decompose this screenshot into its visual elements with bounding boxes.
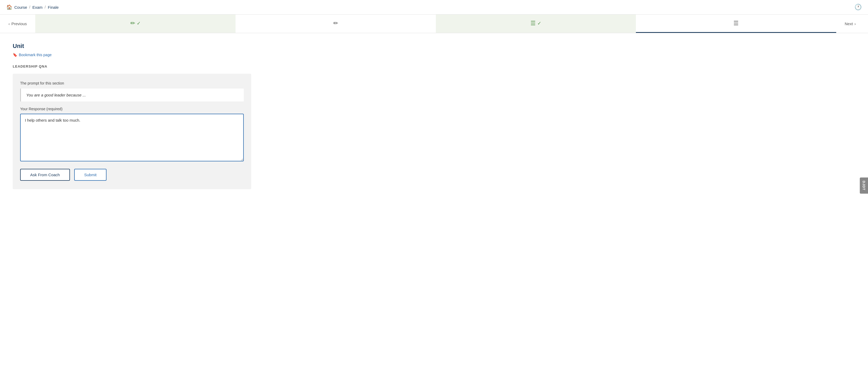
tab-1-edit-icon: ✏ — [130, 20, 135, 27]
tab-3[interactable]: ☰ ✓ — [436, 14, 636, 33]
djdt-badge[interactable]: DJDT — [860, 178, 868, 194]
tab-3-book-icon: ☰ — [530, 20, 536, 27]
next-button[interactable]: Next › — [836, 14, 868, 33]
bookmark-label: Bookmark this page — [19, 53, 52, 57]
chevron-left-icon: ‹ — [8, 22, 10, 26]
tabs-container: ✏ ✓ ✏ ☰ ✓ ☰ — [35, 14, 836, 33]
breadcrumb-sep1: / — [29, 5, 30, 9]
main-content: Unit 🔖 Bookmark this page LEADERSHIP QNA… — [0, 33, 344, 199]
response-textarea[interactable]: I help others and talk too much. — [20, 114, 244, 161]
page-title: Unit — [13, 43, 332, 50]
breadcrumb-exam[interactable]: Exam — [32, 5, 42, 9]
previous-label: Previous — [11, 22, 27, 26]
clock-icon[interactable]: 🕐 — [855, 4, 862, 10]
submit-button[interactable]: Submit — [74, 169, 107, 181]
tab-2-edit-icon: ✏ — [333, 20, 338, 27]
breadcrumb-finale[interactable]: Finale — [48, 5, 59, 9]
tab-4-book-icon: ☰ — [734, 20, 739, 27]
bookmark-icon: 🔖 — [13, 53, 17, 57]
section-label: LEADERSHIP QNA — [13, 64, 332, 68]
previous-button[interactable]: ‹ Previous — [0, 14, 35, 33]
prompt-box: You are a good leader because ... — [20, 89, 244, 101]
tab-4[interactable]: ☰ — [636, 14, 836, 33]
breadcrumb-sep2: / — [45, 5, 46, 9]
breadcrumb: 🏠 Course / Exam / Finale — [6, 4, 59, 10]
next-label: Next — [845, 22, 853, 26]
tab-bar: ‹ Previous ✏ ✓ ✏ ☰ ✓ ☰ Next › — [0, 14, 868, 33]
tab-2[interactable]: ✏ — [236, 14, 436, 33]
response-label: Your Response (required) — [20, 107, 244, 111]
ask-coach-button[interactable]: Ask From Coach — [20, 169, 70, 181]
tab-3-check-icon: ✓ — [537, 21, 541, 26]
qna-container: The prompt for this section You are a go… — [13, 74, 251, 189]
chevron-right-icon: › — [855, 22, 856, 26]
bookmark-link[interactable]: 🔖 Bookmark this page — [13, 53, 332, 57]
top-nav: 🏠 Course / Exam / Finale 🕐 — [0, 0, 868, 14]
tab-1[interactable]: ✏ ✓ — [35, 14, 236, 33]
action-buttons: Ask From Coach Submit — [20, 169, 244, 181]
prompt-label: The prompt for this section — [20, 81, 244, 85]
breadcrumb-course[interactable]: Course — [14, 5, 27, 9]
home-icon: 🏠 — [6, 4, 12, 10]
tab-1-check-icon: ✓ — [137, 21, 141, 26]
